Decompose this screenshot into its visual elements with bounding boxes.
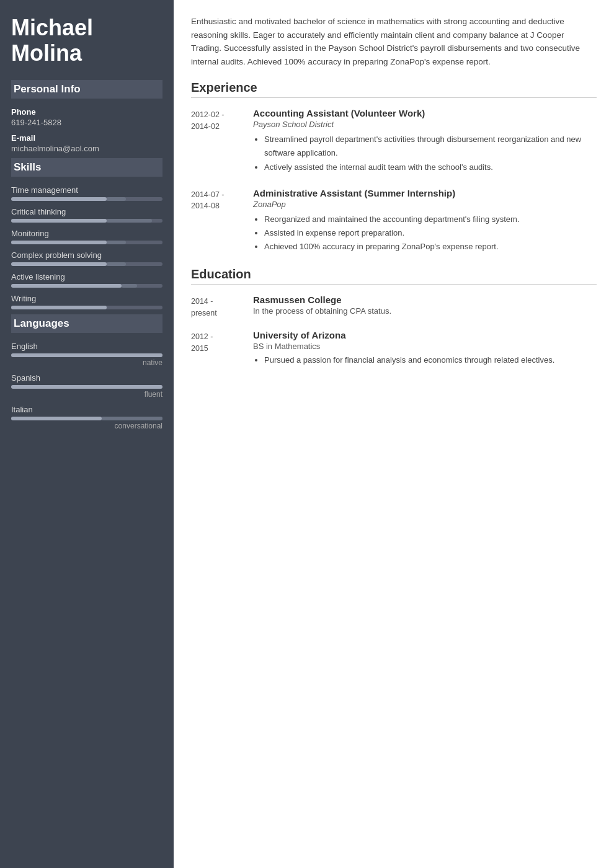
experience-dates: 2014-07 -2014-08: [191, 188, 253, 254]
experience-company: ZonaPop: [253, 200, 597, 209]
experience-item: 2012-02 -2014-02Accounting Assistant (Vo…: [191, 108, 597, 174]
skill-bar: [11, 284, 162, 288]
languages-section-title: Languages: [11, 314, 162, 333]
experience-dates: 2012-02 -2014-02: [191, 108, 253, 174]
skill-bar: [11, 306, 162, 309]
language-name: Italian: [11, 405, 162, 414]
experience-bullet: Assisted in expense report preparation.: [264, 226, 597, 240]
skill-name: Writing: [11, 294, 162, 303]
skill-name: Time management: [11, 185, 162, 195]
language-item: Italianconversational: [11, 405, 162, 430]
language-level: fluent: [11, 390, 162, 399]
experience-bullet: Streamlined payroll department's activit…: [264, 133, 597, 160]
skill-item: Writing: [11, 294, 162, 309]
skill-item: Monitoring: [11, 229, 162, 244]
skill-item: Complex problem solving: [11, 250, 162, 266]
education-list: 2014 -presentRasmussen CollegeIn the pro…: [191, 294, 597, 368]
skill-name: Critical thinking: [11, 207, 162, 216]
language-level: native: [11, 358, 162, 367]
experience-company: Payson School District: [253, 120, 597, 129]
experience-bullet: Actively assisted the internal audit tea…: [264, 161, 597, 174]
education-dates: 2014 -present: [191, 294, 253, 319]
language-name: English: [11, 342, 162, 351]
education-school: Rasmussen College: [253, 294, 597, 305]
language-bar: [11, 385, 162, 389]
skill-item: Critical thinking: [11, 207, 162, 223]
language-bar: [11, 353, 162, 357]
language-item: Spanishfluent: [11, 373, 162, 399]
education-dates: 2012 -2015: [191, 330, 253, 367]
education-item: 2012 -2015University of ArizonaBS in Mat…: [191, 330, 597, 367]
language-name: Spanish: [11, 373, 162, 383]
experience-bullets: Streamlined payroll department's activit…: [253, 133, 597, 174]
education-school: University of Arizona: [253, 330, 597, 340]
education-bullets: Pursued a passion for financial analysis…: [253, 353, 597, 367]
skills-section-title: Skills: [11, 158, 162, 177]
experience-title: Administrative Assistant (Summer Interns…: [253, 188, 597, 198]
experience-content: Administrative Assistant (Summer Interns…: [253, 188, 597, 254]
experience-content: Accounting Assistant (Volunteer Work)Pay…: [253, 108, 597, 174]
education-degree: BS in Mathematics: [253, 342, 597, 351]
skill-name: Complex problem solving: [11, 250, 162, 260]
language-level: conversational: [11, 422, 162, 430]
skill-bar: [11, 241, 162, 244]
sidebar: Michael Molina Personal Info Phone 619-2…: [0, 0, 174, 868]
skill-name: Active listening: [11, 272, 162, 281]
phone-value: 619-241-5828: [11, 118, 162, 127]
education-item: 2014 -presentRasmussen CollegeIn the pro…: [191, 294, 597, 319]
experience-bullet: Achieved 100% accuracy in preparing Zona…: [264, 240, 597, 254]
education-section-title: Education: [191, 267, 597, 285]
summary-text: Enthusiastic and motivated bachelor of s…: [191, 15, 597, 68]
main-content: Enthusiastic and motivated bachelor of s…: [174, 0, 614, 868]
personal-info-section-title: Personal Info: [11, 80, 162, 99]
skill-name: Monitoring: [11, 229, 162, 238]
education-content: Rasmussen CollegeIn the process of obtai…: [253, 294, 597, 319]
email-label: E-mail: [11, 133, 162, 143]
experience-bullet: Reorganized and maintained the accountin…: [264, 213, 597, 226]
language-bar: [11, 417, 162, 420]
education-bullet: Pursued a passion for financial analysis…: [264, 353, 597, 367]
skill-bar: [11, 197, 162, 201]
skill-item: Time management: [11, 185, 162, 201]
experience-title: Accounting Assistant (Volunteer Work): [253, 108, 597, 118]
language-item: Englishnative: [11, 342, 162, 367]
skill-item: Active listening: [11, 272, 162, 288]
experience-bullets: Reorganized and maintained the accountin…: [253, 213, 597, 254]
experience-item: 2014-07 -2014-08Administrative Assistant…: [191, 188, 597, 254]
candidate-name: Michael Molina: [11, 15, 162, 66]
email-value: michaelmolina@aol.com: [11, 144, 162, 153]
skills-list: Time managementCritical thinkingMonitori…: [11, 185, 162, 309]
languages-list: EnglishnativeSpanishfluentItalianconvers…: [11, 342, 162, 430]
skill-bar: [11, 262, 162, 266]
education-degree: In the process of obtaining CPA status.: [253, 306, 597, 316]
experience-section-title: Experience: [191, 81, 597, 98]
phone-label: Phone: [11, 107, 162, 117]
education-content: University of ArizonaBS in MathematicsPu…: [253, 330, 597, 367]
experience-list: 2012-02 -2014-02Accounting Assistant (Vo…: [191, 108, 597, 254]
skill-bar: [11, 219, 162, 223]
